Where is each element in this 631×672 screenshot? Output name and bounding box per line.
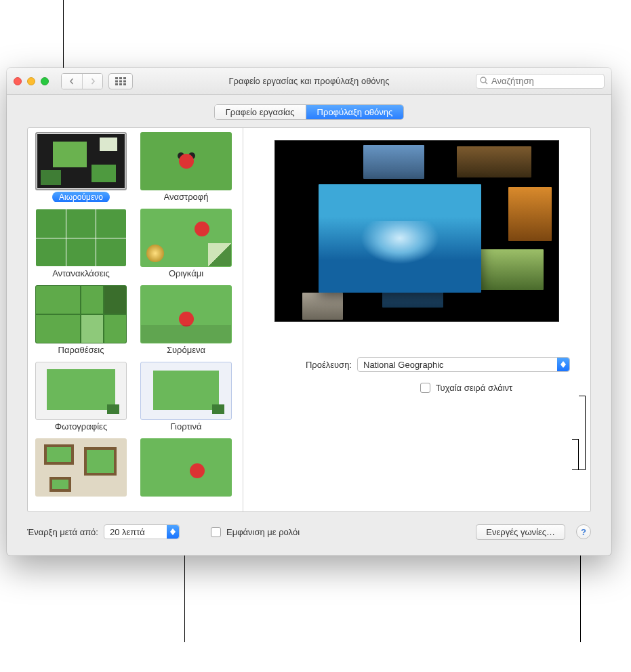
svg-rect-1 xyxy=(119,77,122,79)
thumb-floating xyxy=(35,132,127,190)
svg-point-9 xyxy=(481,77,486,83)
svg-rect-2 xyxy=(123,77,126,79)
source-popup[interactable]: National Geographic xyxy=(357,357,570,372)
screensaver-item-flip[interactable]: Αναστροφή xyxy=(137,132,235,206)
random-order-checkbox[interactable] xyxy=(420,383,430,393)
main-panel: Αιωρούμενο Αναστροφή Αντανακλάσεις Οριγκ… xyxy=(27,127,591,512)
grid-icon xyxy=(115,77,126,85)
thumb-label: Παραθέσεις xyxy=(58,345,104,355)
screensaver-preview[interactable] xyxy=(274,140,559,322)
stepper-arrows-icon xyxy=(167,525,179,539)
svg-rect-4 xyxy=(119,80,122,82)
callout-line-bottom-left xyxy=(184,554,185,642)
svg-rect-7 xyxy=(119,83,122,85)
screensaver-item-origami[interactable]: Οριγκάμι xyxy=(137,209,235,282)
help-icon: ? xyxy=(581,527,586,537)
svg-rect-8 xyxy=(123,83,126,85)
thumb-tile xyxy=(35,285,127,343)
show-all-button[interactable] xyxy=(108,73,133,89)
screensaver-item-sliding[interactable]: Συρόμενα xyxy=(137,285,235,359)
svg-rect-6 xyxy=(115,83,118,85)
help-button[interactable]: ? xyxy=(576,524,591,539)
screensaver-item-holiday[interactable]: Γιορτινά xyxy=(137,362,235,436)
tab-desktop[interactable]: Γραφείο εργασίας xyxy=(215,105,306,119)
callout-bracket-outer xyxy=(579,396,586,470)
show-clock-label: Εμφάνιση με ρολόι xyxy=(226,527,300,537)
screensaver-item-tile[interactable]: Παραθέσεις xyxy=(32,285,130,359)
source-value: National Geographic xyxy=(363,360,444,370)
preferences-window: Γραφείο εργασίας και προφύλαξη οθόνης Γρ… xyxy=(7,68,611,555)
screensaver-item-extra-2[interactable] xyxy=(137,438,235,497)
minimize-button[interactable] xyxy=(27,77,35,85)
start-after-label: Έναρξη μετά από: xyxy=(27,527,98,537)
thumb-flip xyxy=(140,132,232,190)
forward-button[interactable] xyxy=(82,74,102,89)
callout-bracket-inner xyxy=(572,439,579,470)
svg-rect-5 xyxy=(123,80,126,82)
thumb-grid: Αιωρούμενο Αναστροφή Αντανακλάσεις Οριγκ… xyxy=(32,132,243,497)
start-after-popup[interactable]: 20 λεπτά xyxy=(104,524,180,539)
thumb-holiday xyxy=(140,362,232,420)
selected-label-pill: Αιωρούμενο xyxy=(52,192,110,202)
tabs: Γραφείο εργασίας Προφύλαξη οθόνης xyxy=(7,95,611,127)
search-icon xyxy=(480,77,489,87)
thumb-label: Γιορτινά xyxy=(171,421,202,432)
thumb-label: Φωτογραφίες xyxy=(55,421,107,432)
thumb-sliding xyxy=(140,285,232,343)
source-row: Προέλευση: National Geographic xyxy=(257,354,577,375)
screensaver-item-floating[interactable]: Αιωρούμενο xyxy=(32,132,130,206)
nav-buttons xyxy=(61,73,103,89)
thumb-photos xyxy=(35,362,127,420)
hot-corners-button[interactable]: Ενεργές γωνίες… xyxy=(476,524,565,540)
bottom-bar: Έναρξη μετά από: 20 λεπτά Εμφάνιση με ρο… xyxy=(27,518,591,546)
random-order-row: Τυχαία σειρά σλάιντ xyxy=(314,375,520,396)
thumb-frames xyxy=(35,438,127,497)
detail-panel: Προέλευση: National Geographic Τυχαία σε… xyxy=(243,128,590,511)
zoom-button[interactable] xyxy=(41,77,49,85)
search-input[interactable] xyxy=(476,74,605,89)
chevron-left-icon xyxy=(68,78,75,85)
segmented-control: Γραφείο εργασίας Προφύλαξη οθόνης xyxy=(214,104,405,120)
source-label: Προέλευση: xyxy=(284,360,357,370)
screensaver-item-extra-1[interactable] xyxy=(32,438,130,497)
svg-rect-0 xyxy=(115,77,118,79)
titlebar: Γραφείο εργασίας και προφύλαξη οθόνης xyxy=(7,68,611,95)
thumb-origami xyxy=(140,209,232,267)
close-button[interactable] xyxy=(14,77,22,85)
thumb-plain xyxy=(140,438,232,497)
thumb-label: Αναστροφή xyxy=(164,192,209,202)
thumb-label: Αντανακλάσεις xyxy=(52,268,110,278)
tab-screensaver[interactable]: Προφύλαξη οθόνης xyxy=(306,105,404,119)
back-button[interactable] xyxy=(62,74,82,89)
start-after-value: 20 λεπτά xyxy=(110,527,145,537)
svg-rect-3 xyxy=(115,80,118,82)
random-order-label: Τυχαία σειρά σλάιντ xyxy=(436,383,513,393)
screensaver-list[interactable]: Αιωρούμενο Αναστροφή Αντανακλάσεις Οριγκ… xyxy=(28,128,243,511)
chevron-right-icon xyxy=(89,78,96,85)
thumb-label: Οριγκάμι xyxy=(169,268,203,278)
traffic-lights xyxy=(14,77,49,85)
screensaver-item-reflections[interactable]: Αντανακλάσεις xyxy=(32,209,130,282)
stepper-arrows-icon xyxy=(557,358,569,371)
thumb-label: Συρόμενα xyxy=(167,345,205,355)
screensaver-item-photos[interactable]: Φωτογραφίες xyxy=(32,362,130,436)
thumb-label: Αιωρούμενο xyxy=(52,192,110,202)
search-field-wrap xyxy=(476,74,605,89)
show-clock-checkbox[interactable] xyxy=(211,527,221,537)
thumb-reflections xyxy=(35,209,127,267)
